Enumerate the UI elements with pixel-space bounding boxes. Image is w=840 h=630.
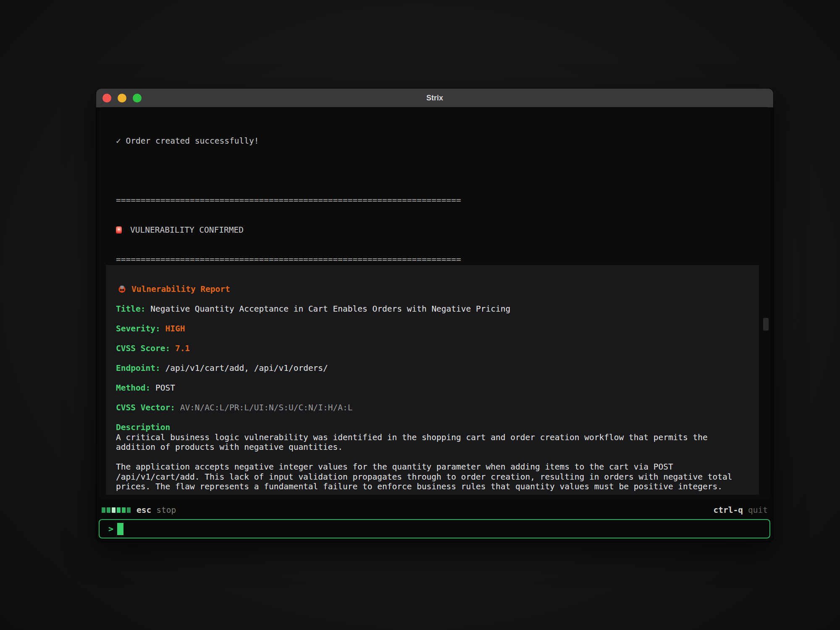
command-input[interactable]: >: [99, 519, 770, 538]
esc-key-label: esc: [136, 505, 151, 515]
traffic-lights: [102, 94, 142, 102]
cvss-score-value: 7.1: [175, 344, 190, 353]
stop-action-label: stop: [156, 505, 176, 515]
title-bar[interactable]: Strix: [96, 89, 773, 108]
zoom-button[interactable]: [133, 94, 142, 102]
report-field-method: Method: POST: [116, 383, 749, 393]
order-success-message: ✓ Order created successfully!: [116, 136, 770, 146]
report-header: Vulnerability Report: [118, 284, 749, 294]
activity-spinner: [102, 507, 131, 513]
quit-action-label: quit: [748, 505, 768, 515]
report-field-cvss-score: CVSS Score: 7.1: [116, 344, 749, 354]
close-button[interactable]: [102, 94, 111, 102]
status-bar: esc stop ctrl-q quit: [99, 504, 770, 516]
description-paragraph-2: The application accepts negative integer…: [116, 462, 749, 492]
quit-hint[interactable]: ctrl-q quit: [711, 505, 770, 515]
vulnerability-report-panel: Vulnerability Report Title: Negative Qua…: [106, 265, 759, 495]
separator-line: ========================================…: [116, 195, 770, 205]
severity-badge: HIGH: [165, 324, 185, 333]
description-heading: Description: [116, 423, 749, 433]
siren-icon: [116, 226, 122, 234]
vulnerability-confirmed-banner: VULNERABILITY CONFIRMED: [116, 225, 770, 235]
stop-hint[interactable]: esc stop: [99, 505, 178, 515]
ctrl-q-key-label: ctrl-q: [714, 505, 743, 515]
app-window: Strix ✓ Order created successfully! ====…: [96, 89, 773, 542]
description-paragraph-1: A critical business logic vulnerability …: [116, 433, 749, 452]
bug-icon: [118, 286, 126, 293]
minimize-button[interactable]: [118, 94, 126, 102]
terminal-viewport: ✓ Order created successfully! ==========…: [99, 107, 770, 499]
vulnerability-confirmed-label: VULNERABILITY CONFIRMED: [130, 225, 244, 235]
input-prompt: >: [108, 524, 113, 534]
report-header-label: Vulnerability Report: [131, 284, 230, 294]
scrollbar-thumb[interactable]: [763, 318, 769, 331]
window-title: Strix: [426, 94, 443, 102]
separator-line: ========================================…: [116, 255, 770, 265]
report-field-title: Title: Negative Quantity Acceptance in C…: [116, 304, 749, 314]
report-field-cvss-vector: CVSS Vector: AV:N/AC:L/PR:L/UI:N/S:U/C:N…: [116, 403, 749, 413]
text-cursor: [117, 523, 123, 535]
report-field-severity: Severity: HIGH: [116, 324, 749, 334]
report-field-endpoint: Endpoint: /api/v1/cart/add, /api/v1/orde…: [116, 363, 749, 373]
